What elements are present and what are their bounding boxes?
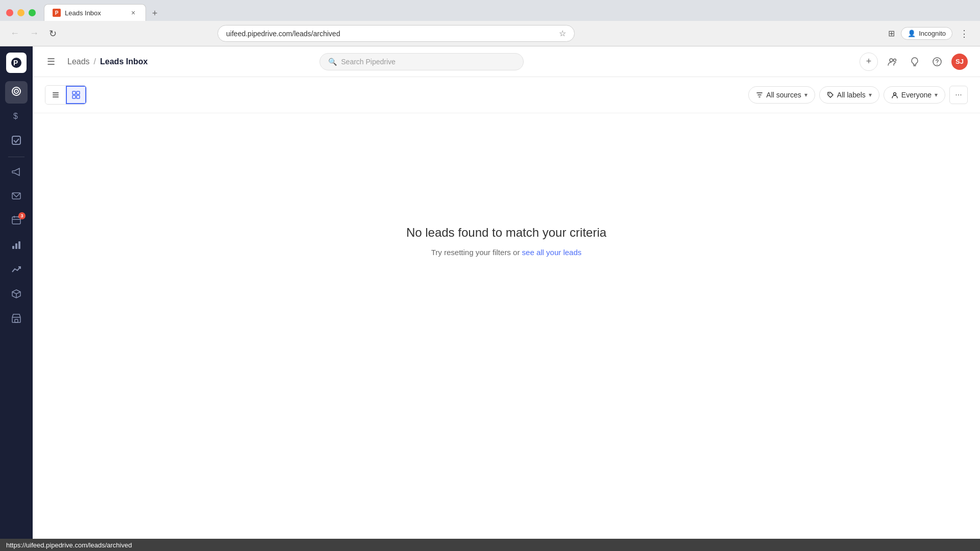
pipedrive-logo[interactable]: P xyxy=(6,53,27,73)
svg-rect-17 xyxy=(12,317,20,322)
everyone-filter[interactable]: Everyone ▾ xyxy=(884,86,945,104)
breadcrumb: Leads / Leads Inbox xyxy=(67,57,148,66)
sidebar-item-store[interactable] xyxy=(5,308,28,331)
window-minimize-button[interactable] xyxy=(17,9,24,16)
svg-rect-26 xyxy=(53,96,59,97)
svg-rect-12 xyxy=(12,246,14,249)
add-button[interactable]: + xyxy=(860,53,878,71)
sidebar-item-mail[interactable] xyxy=(5,186,28,208)
app: P $ xyxy=(0,46,980,551)
main-content: ☰ Leads / Leads Inbox 🔍 Search Pipedrive… xyxy=(33,46,980,551)
reload-button[interactable]: ↻ xyxy=(47,26,59,41)
content-area: All sources ▾ All labels ▾ E xyxy=(33,77,980,551)
browser-menu-button[interactable]: ⋮ xyxy=(957,26,972,41)
logo-icon: P xyxy=(10,57,22,69)
calendar-badge: 3 xyxy=(18,212,26,219)
svg-point-20 xyxy=(893,59,896,61)
browser-titlebar: P Leads Inbox × + xyxy=(0,0,980,21)
profile-icon: 👤 xyxy=(908,30,916,37)
sidebar-item-products[interactable] xyxy=(5,284,28,306)
browser-profile-button[interactable]: 👤 Incognito xyxy=(901,27,952,40)
breadcrumb-parent[interactable]: Leads xyxy=(67,57,90,66)
svg-rect-30 xyxy=(77,95,80,98)
ellipsis-icon: ··· xyxy=(955,90,962,99)
svg-text:P: P xyxy=(13,59,18,67)
topbar-right: + xyxy=(860,53,968,71)
table-icon xyxy=(72,91,80,99)
trending-up-icon xyxy=(11,264,21,277)
topbar: ☰ Leads / Leads Inbox 🔍 Search Pipedrive… xyxy=(33,46,980,77)
lightbulb-icon-button[interactable] xyxy=(906,54,923,70)
sidebar-item-reports[interactable] xyxy=(5,235,28,257)
search-bar[interactable]: 🔍 Search Pipedrive xyxy=(320,53,524,70)
svg-rect-14 xyxy=(18,241,20,249)
tab-title: Leads Inbox xyxy=(65,9,125,17)
dollar-icon: $ xyxy=(11,111,21,123)
all-labels-label: All labels xyxy=(837,91,866,99)
svg-rect-25 xyxy=(53,94,59,95)
help-icon-button[interactable] xyxy=(929,54,945,70)
browser-toolbar-right: ⊞ 👤 Incognito ⋮ xyxy=(886,26,972,41)
table-view-button[interactable] xyxy=(66,86,86,104)
back-button[interactable]: ← xyxy=(8,26,21,41)
lightbulb-icon xyxy=(910,57,920,67)
svg-point-23 xyxy=(937,64,937,64)
chevron-down-icon: ▾ xyxy=(804,91,807,98)
window-maximize-button[interactable] xyxy=(29,9,36,16)
all-sources-label: All sources xyxy=(766,91,801,99)
check-icon xyxy=(11,135,21,148)
bookmark-icon[interactable]: ☆ xyxy=(559,29,566,38)
sidebar-item-calendar[interactable]: 3 xyxy=(5,210,28,233)
mail-icon xyxy=(11,191,21,204)
view-toggle-group xyxy=(45,85,87,105)
topbar-menu-button[interactable]: ☰ xyxy=(45,54,57,69)
sidebar-item-insights[interactable] xyxy=(5,259,28,282)
window-close-button[interactable] xyxy=(6,9,13,16)
chevron-down-icon-2: ▾ xyxy=(869,91,872,98)
people-icon-button[interactable] xyxy=(884,54,900,70)
all-sources-filter[interactable]: All sources ▾ xyxy=(748,86,815,104)
user-avatar[interactable]: SJ xyxy=(951,54,968,70)
all-labels-filter[interactable]: All labels ▾ xyxy=(819,86,879,104)
people-icon xyxy=(887,57,897,67)
browser-chrome: P Leads Inbox × + ← → ↻ uifeed.pipedrive… xyxy=(0,0,980,46)
sidebar: P $ xyxy=(0,46,33,551)
svg-rect-27 xyxy=(72,91,76,94)
forward-button[interactable]: → xyxy=(28,26,41,41)
sidebar-divider xyxy=(8,157,24,157)
sidebar-item-campaigns[interactable] xyxy=(5,161,28,184)
empty-state-subtitle-text: Try resetting your filters or xyxy=(431,248,522,257)
help-icon xyxy=(932,57,942,67)
svg-rect-18 xyxy=(15,319,18,322)
svg-point-31 xyxy=(829,93,830,94)
breadcrumb-current: Leads Inbox xyxy=(100,57,148,66)
svg-point-32 xyxy=(893,93,896,95)
person-icon xyxy=(891,91,898,98)
sidebar-item-tasks[interactable] xyxy=(5,130,28,153)
browser-toolbar: ← → ↻ uifeed.pipedrive.com/leads/archive… xyxy=(0,21,980,46)
active-tab[interactable]: P Leads Inbox × xyxy=(44,4,146,21)
extensions-icon[interactable]: ⊞ xyxy=(886,27,897,40)
address-text: uifeed.pipedrive.com/leads/archived xyxy=(226,30,555,38)
store-icon xyxy=(11,313,21,326)
megaphone-icon xyxy=(11,166,21,179)
list-view-button[interactable] xyxy=(45,86,66,104)
svg-rect-13 xyxy=(15,243,17,249)
empty-state-title: No leads found to match your criteria xyxy=(406,226,606,240)
everyone-label: Everyone xyxy=(901,91,932,99)
label-icon xyxy=(827,91,834,98)
sidebar-item-deals[interactable]: $ xyxy=(5,106,28,128)
chevron-down-icon-3: ▾ xyxy=(935,91,938,98)
empty-state-subtitle: Try resetting your filters or see all yo… xyxy=(431,248,582,257)
status-bar: https://uifeed.pipedrive.com/leads/archi… xyxy=(0,539,980,551)
svg-rect-28 xyxy=(77,91,80,94)
new-tab-button[interactable]: + xyxy=(148,6,162,21)
address-bar[interactable]: uifeed.pipedrive.com/leads/archived ☆ xyxy=(217,25,575,42)
sidebar-item-leads[interactable] xyxy=(5,81,28,104)
browser-tabs: P Leads Inbox × + xyxy=(44,4,974,21)
more-options-button[interactable]: ··· xyxy=(949,86,968,104)
svg-point-19 xyxy=(890,59,893,62)
tab-close-button[interactable]: × xyxy=(129,9,137,17)
list-icon xyxy=(52,91,60,99)
see-all-leads-link[interactable]: see all your leads xyxy=(522,248,582,257)
